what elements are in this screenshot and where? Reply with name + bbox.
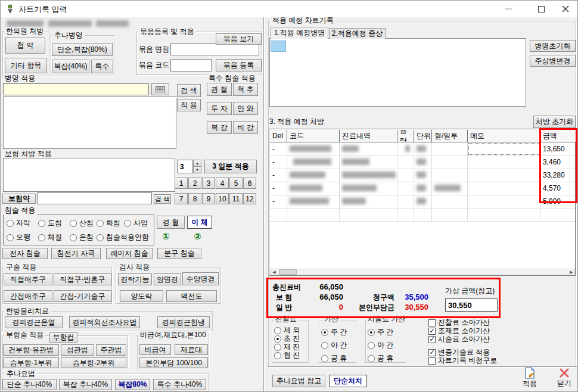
diagnosis-listbox[interactable] [3,97,176,149]
rx-reset-button[interactable]: 처방 초기화 [533,116,576,128]
panel-splitter[interactable] [263,17,265,392]
insurance-drug-button[interactable]: 보험약 [2,194,36,204]
exam-fee-radio-consult[interactable]: 협 진 [274,350,300,360]
maximize-button[interactable] [528,1,555,17]
acu-radio-none[interactable]: 침술적용안함 [97,232,149,242]
day-button-2[interactable]: 2 [188,178,201,189]
transfer-button[interactable]: 이 체 [187,216,212,229]
day-button-1[interactable]: 1 [175,178,188,189]
chuna-simple-complex80-button[interactable]: 단순,복잡(80%) [52,43,113,56]
chuna-complex40-button[interactable]: 복잡(40%) [52,60,89,73]
uninsured-button[interactable]: 비급여 [139,344,171,355]
needle-stim-button[interactable]: 침전기 자극 [51,248,101,259]
acu-radio-hwachim[interactable]: 화침 [97,218,120,228]
physio-heat-button[interactable]: 경피경근온열 [5,316,63,328]
day-button-6[interactable]: 6 [243,178,256,189]
acu-radio-chejil[interactable]: 체질 [38,232,62,242]
insurance-drug-search-button[interactable]: 검 색 [154,194,171,204]
moxa-button-indirect-device[interactable]: 간접-기기술구 [54,290,111,302]
special-acu-nasal-button[interactable]: 비 강 [233,121,258,134]
exam-suyangmyeong-button[interactable]: 수양명경 [182,272,219,285]
apply-button[interactable]: 적용 [517,367,543,391]
bundle-code-input[interactable] [170,59,212,71]
memo-focus-cell[interactable] [468,143,540,155]
special-acu-joint-button[interactable]: 관 절 [207,83,232,96]
surcharge-radio-holiday[interactable]: 공 휴 [321,353,347,363]
cell-del[interactable]: - [270,169,287,182]
virtual-keyboard-button[interactable] [151,83,169,95]
moxa-button-direct-scar[interactable]: 직접구-반흔구 [54,273,111,285]
bungu-acu-button[interactable]: 분구 침술 [157,248,201,259]
selected-diagnosis-cell[interactable] [271,41,286,52]
col-freq[interactable]: 혈/일투 [432,130,468,142]
hscroll-left-arrow[interactable]: ◀ [271,269,278,275]
bundle-view-button[interactable]: 묶음 보기 [216,33,262,45]
acu-radio-ohaeng[interactable]: 오행 [7,232,30,242]
hscroll-thumb[interactable] [279,269,297,275]
acu-radio-jarak[interactable]: 자락 [7,218,30,228]
simple-treatment-button[interactable]: 단순처치 [329,375,367,387]
special-acu-spine-button[interactable]: 척 추 [233,83,258,96]
days-spinner-down[interactable]: ▼ [193,166,201,173]
cell-del[interactable]: - [270,182,287,195]
chuna-special-button[interactable]: 특수 [91,60,113,73]
exam-yangmyeong-button[interactable]: 양명경 [154,273,181,285]
cupping-wet2-button[interactable]: 습부항-2부위 [61,357,126,368]
exam-maekjeondo-button[interactable]: 맥전도 [166,290,217,302]
chuna-special40-button[interactable]: 특수 추나40% [153,379,206,390]
exam-meridian-func-button[interactable]: 경락기능 [118,273,152,285]
laser-acu-button[interactable]: 레이저 침술 [106,248,153,259]
special-acu-abdomen-button[interactable]: 복 강 [207,121,232,134]
bundle-name-input[interactable] [170,43,259,55]
cell-del[interactable]: - [270,195,287,208]
electro-acu-button[interactable]: 전자 침술 [2,248,48,259]
special-acu-orbit-button[interactable]: 안 와 [233,102,258,115]
chuna-complex80-button[interactable]: 복잡80% [115,379,150,390]
col-dose[interactable]: 용량 [397,130,414,142]
days-apply-button[interactable]: 3 일분 적용 [204,160,257,173]
day-button-4[interactable]: 4 [216,178,229,189]
chuna-simple40-button[interactable]: 단순 추나40% [2,379,57,390]
col-amount[interactable]: 금액 [540,130,576,142]
tab-planned-symptoms[interactable]: 2.적용예정 증상 [329,28,386,39]
day-button-3[interactable]: 3 [202,178,215,189]
insurance-listbox[interactable] [3,158,175,192]
hscroll-right-arrow[interactable]: ▶ [568,269,575,275]
col-del[interactable]: Del [270,130,287,142]
exam-yangdorak-button[interactable]: 양도락 [120,290,163,302]
cupping-flash-button[interactable]: 섬관법 [61,344,94,356]
day-button-8[interactable]: 8 [188,193,201,204]
insurance-drug-input[interactable] [37,192,152,204]
planned-diagnosis-list[interactable] [269,38,526,107]
cupping-dry-button[interactable]: 건부항-유관법 [3,344,59,356]
moxa-button-indirect[interactable]: 간접애주구 [4,290,52,302]
cupping-wet1-button[interactable]: 습부항-1부위 [3,357,59,368]
special-acu-tuja-button[interactable]: 투 자 [207,102,232,115]
col-treatment[interactable]: 진료내역 [340,130,397,142]
proc-surcharge-radio-day[interactable]: 주 간 [368,327,393,337]
day-button-5[interactable]: 5 [229,178,243,189]
proc-surcharge-radio-night[interactable]: 야 간 [368,340,393,350]
hscroll-track[interactable]: ◀ ▶ [270,269,575,275]
day-button-7[interactable]: 7 [175,193,188,204]
main-diagnosis-change-button[interactable]: 주상병변경 [530,55,576,67]
minimize-button[interactable] [495,1,522,17]
close-button[interactable]: 닫기 [551,367,577,391]
acu-radio-dochim[interactable]: 도침 [38,218,62,228]
moxa-button-direct[interactable]: 직접애주구 [4,273,52,285]
surcharge-radio-day[interactable]: 주 간 [321,327,347,337]
self-pay-100-button[interactable]: 본인부담 100/100 [139,357,208,368]
acu-radio-sanchim[interactable]: 산침 [70,218,94,228]
chuna-reference-button[interactable]: 추나요법 참고 [272,375,325,387]
meridian-point-button[interactable]: 경 혈 [157,216,185,229]
bundle-register-button[interactable]: 묶음 등록 [216,59,262,71]
surcharge-radio-night[interactable]: 야 간 [321,340,347,350]
cupping-cup-button[interactable]: 부항컵 [49,332,77,343]
tab-planned-diagnosis[interactable]: 1.적용 예정병명 [271,27,328,39]
cell-del[interactable]: - [270,155,287,169]
day-button-9[interactable]: 9 [202,193,215,204]
cupping-retained-button[interactable]: 주관법 [96,344,126,356]
material-cost-button[interactable]: 재료대 [175,344,208,355]
acu-radio-onchim[interactable]: 온침 [70,232,94,242]
physio-infrared-button[interactable]: 경피적외선조사요법 [69,316,140,328]
